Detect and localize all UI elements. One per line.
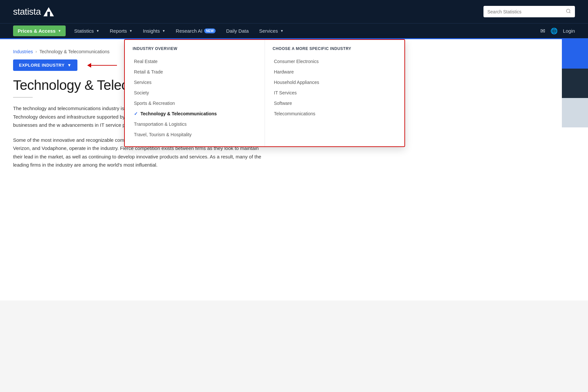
item-label: Travel, Tourism & Hospitality	[134, 132, 192, 137]
header: statista	[0, 0, 588, 23]
item-label: Hardware	[274, 69, 294, 74]
insights-caret: ▼	[162, 29, 165, 33]
mail-icon[interactable]: ✉	[540, 27, 545, 35]
col2-header: CHOOSE A MORE SPECIFIC INDUSTRY	[273, 46, 397, 51]
list-item-real-estate[interactable]: Real Estate	[133, 56, 257, 67]
svg-marker-0	[43, 7, 54, 16]
nav-item-services[interactable]: Services ▼	[254, 24, 288, 38]
list-item-retail-trade[interactable]: Retail & Trade	[133, 67, 257, 77]
list-item-telecommunications[interactable]: Telecommunications	[273, 108, 397, 119]
search-button[interactable]	[562, 6, 575, 17]
logo-text: statista	[13, 7, 41, 17]
logo[interactable]: statista	[13, 7, 54, 17]
list-item-transportation[interactable]: Transportation & Logistics	[133, 119, 257, 129]
explore-industry-button[interactable]: EXPLORE INDUSTRY ▼	[13, 59, 77, 71]
nav-item-prices-access[interactable]: Prices & Access ▼	[13, 25, 66, 36]
item-label: Household Appliances	[274, 80, 319, 85]
logo-icon	[43, 7, 54, 16]
check-icon: ✓	[134, 111, 138, 116]
statistics-caret: ▼	[96, 29, 99, 33]
list-item-household-appliances[interactable]: Household Appliances	[273, 77, 397, 88]
item-label: Sports & Recreation	[134, 101, 175, 106]
item-label: Software	[274, 101, 292, 106]
item-label: Services	[134, 80, 152, 85]
arrow-annotation	[87, 63, 117, 68]
svg-line-2	[569, 12, 570, 13]
item-label: Transportation & Logistics	[134, 122, 187, 127]
sidebar-dark-block	[562, 69, 588, 98]
nav-item-reports[interactable]: Reports ▼	[105, 24, 137, 38]
list-item-it-services[interactable]: IT Services	[273, 88, 397, 98]
main-content: Industries › Technology & Telecommunicat…	[0, 39, 588, 301]
item-label: Consumer Electronics	[274, 59, 319, 64]
list-item-society[interactable]: Society	[133, 88, 257, 98]
list-item-tech-telecom[interactable]: ✓ Technology & Telecommunications	[133, 108, 257, 119]
nav-right: ✉ 🌐 Login	[540, 27, 575, 35]
item-label: Retail & Trade	[134, 69, 163, 74]
sidebar-light-block	[562, 98, 588, 127]
industry-overview-list: Real Estate Retail & Trade Services Soci…	[133, 56, 257, 140]
login-button[interactable]: Login	[563, 28, 575, 34]
col1-header: INDUSTRY OVERVIEW	[133, 46, 257, 51]
globe-icon[interactable]: 🌐	[550, 27, 558, 35]
svg-point-1	[566, 9, 570, 13]
list-item-services[interactable]: Services	[133, 77, 257, 88]
nav: Prices & Access ▼ Statistics ▼ Reports ▼…	[0, 23, 588, 38]
dropdown-columns: INDUSTRY OVERVIEW Real Estate Retail & T…	[125, 40, 404, 146]
list-item-travel[interactable]: Travel, Tourism & Hospitality	[133, 129, 257, 140]
list-item-hardware[interactable]: Hardware	[273, 67, 397, 77]
nav-left: Prices & Access ▼ Statistics ▼ Reports ▼…	[13, 24, 288, 38]
breadcrumb-separator: ›	[36, 49, 37, 54]
nav-item-insights[interactable]: Insights ▼	[138, 24, 170, 38]
list-item-consumer-electronics[interactable]: Consumer Electronics	[273, 56, 397, 67]
list-item-sports[interactable]: Sports & Recreation	[133, 98, 257, 108]
item-label: Real Estate	[134, 59, 157, 64]
industry-dropdown: INDUSTRY OVERVIEW Real Estate Retail & T…	[124, 39, 405, 147]
sidebar-blue-block	[562, 39, 588, 69]
reports-caret: ▼	[129, 29, 133, 33]
list-item-software[interactable]: Software	[273, 98, 397, 108]
search-box[interactable]	[483, 6, 575, 17]
title-divider	[13, 97, 33, 98]
breadcrumb-industries[interactable]: Industries	[13, 49, 33, 54]
nav-item-statistics[interactable]: Statistics ▼	[70, 24, 104, 38]
dropdown-col-specific: CHOOSE A MORE SPECIFIC INDUSTRY Consumer…	[265, 40, 405, 146]
search-input[interactable]	[483, 7, 562, 17]
search-icon	[566, 8, 571, 14]
item-label: Society	[134, 90, 149, 95]
explore-caret-icon: ▼	[67, 63, 72, 68]
new-badge: NEW	[204, 28, 216, 33]
prices-access-caret: ▼	[58, 29, 61, 33]
arrow-line	[91, 65, 117, 66]
services-caret: ▼	[280, 29, 284, 33]
breadcrumb-current: Technology & Telecommunications	[40, 49, 110, 54]
dropdown-col-overview: INDUSTRY OVERVIEW Real Estate Retail & T…	[125, 40, 265, 146]
specific-industry-list: Consumer Electronics Hardware Household …	[273, 56, 397, 119]
right-sidebar	[562, 39, 588, 127]
item-label: IT Services	[274, 90, 297, 95]
item-label: Technology & Telecommunications	[140, 111, 217, 116]
nav-item-daily-data[interactable]: Daily Data	[221, 24, 253, 38]
item-label: Telecommunications	[274, 111, 316, 116]
nav-item-research-ai[interactable]: Research AI NEW	[171, 24, 220, 38]
